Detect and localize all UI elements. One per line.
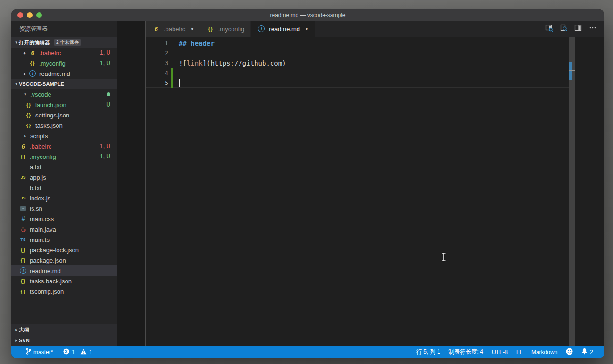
tree-file-row[interactable]: ireadme.md [11,265,117,276]
maximize-window-button[interactable] [36,12,42,18]
ts-file-icon: TS [19,237,27,242]
git-problem-status: 1, U [100,50,117,56]
feedback-smiley-item[interactable] [562,346,577,358]
tree-item-name: index.js [30,195,50,202]
workbench: 资源管理器 ▾ 打开的编辑器 2 个未保存 ●6.babelrc1, U{}.m… [11,21,604,346]
tree-item-name: tasks.back.json [30,278,72,285]
open-editor-item[interactable]: {}.myconfig1, U [11,58,117,68]
more-actions-icon [589,24,596,33]
status-left: master* 1 [11,346,97,358]
cursor-position-item[interactable]: 行 5, 列 1 [412,346,445,358]
git-branch-item[interactable]: master* [22,346,57,358]
tree-file-row[interactable]: {}.myconfig1, U [11,151,117,162]
braces-file-icon: {} [19,257,27,263]
tab-size-item[interactable]: 制表符长度: 4 [445,346,488,358]
editor-group: 6.babelrc●{}.myconfigireadme.md● 1## hea… [146,21,604,346]
info-file-icon: i [19,267,27,274]
code-text: ## header [179,40,215,47]
problems-item[interactable]: 1 1 [59,346,96,358]
sidebar-spacer [11,297,117,324]
mouse-cursor [441,252,447,263]
open-editors-label: 打开的编辑器 [19,39,50,46]
folder-changes-dot [107,92,110,96]
language-mode-item[interactable]: Markdown [527,346,562,358]
line-number: 4 [146,69,168,76]
code-editor[interactable]: 1## header23![link](https://github.com)4… [146,37,604,346]
dirty-dot-icon: ● [21,71,28,76]
tree-file-row[interactable]: main.java [11,224,117,234]
git-gutter-spacer [171,48,173,58]
tree-file-row[interactable]: {}package-lock.json [11,245,117,255]
babel-file-icon: 6 [28,50,37,57]
open-preview-to-side-button[interactable] [543,23,555,34]
text-file-icon: ≡ [19,185,27,190]
git-problem-status: U [106,101,117,108]
split-editor-button[interactable] [572,23,584,34]
tree-file-row[interactable]: 6.babelrc1, U [11,141,117,151]
tree-file-row[interactable]: {}tasks.back.json [11,276,117,286]
tree-item-name: settings.json [35,112,69,119]
sidebar-bottom-sections: ▸大纲▸SVN [11,324,117,346]
editor-scrollbar[interactable] [569,37,575,346]
tree-item-name: .vscode [30,91,51,98]
tree-file-row[interactable]: ≡b.txt [11,182,117,193]
code-lines: 1## header23![link](https://github.com)4… [146,38,604,88]
open-editor-item[interactable]: ●ireadme.md [11,68,117,79]
tree-item-name: launch.json [35,101,66,108]
tab-dirty-dot-icon: ● [306,26,308,31]
open-preview-button[interactable] [558,23,569,34]
split-editor-icon [574,24,582,33]
braces-file-icon: {} [19,247,27,253]
section-label: SVN [19,338,30,343]
info-file-icon: i [28,70,37,77]
tree-item-name: tsconfig.json [30,288,64,295]
tree-file-row[interactable]: {}tasks.json [11,120,117,131]
desktop-background: readme.md — vscode-sample 资源管理器 ▾ 打开的编辑器… [0,0,613,364]
tree-file-row[interactable]: TSmain.ts [11,234,117,245]
project-section-header[interactable]: ▾ VSCODE-SAMPLE [11,79,117,89]
js-file-icon: JS [19,175,27,180]
tabs-container: 6.babelrc●{}.myconfigireadme.md● [146,21,315,37]
open-preview-icon [560,24,568,33]
tree-file-row[interactable]: ≡a.txt [11,162,117,172]
titlebar: readme.md — vscode-sample [11,9,604,21]
editor-tab-.myconfig[interactable]: {}.myconfig [200,21,251,37]
tree-file-row[interactable]: ≡ls.sh [11,203,117,214]
babel-file-icon: 6 [19,143,27,150]
braces-file-icon: {} [19,289,27,294]
notifications-item[interactable]: 2 [577,346,597,358]
more-actions-button[interactable] [587,23,598,34]
tree-file-row[interactable]: {}settings.json [11,110,117,120]
tree-file-row[interactable]: {}tsconfig.json [11,286,117,297]
code-token: ) [282,59,286,67]
tree-file-row[interactable]: #main.css [11,214,117,224]
sidebar-section-SVN[interactable]: ▸SVN [11,335,117,346]
tree-folder-row[interactable]: ▸scripts [11,131,117,141]
git-gutter-spacer [171,58,173,68]
tree-file-row[interactable]: JSapp.js [11,172,117,182]
open-editors-section-header[interactable]: ▾ 打开的编辑器 2 个未保存 [11,37,117,48]
braces-file-icon: {} [25,102,33,108]
tree-file-row[interactable]: {}package.json [11,255,117,265]
git-added-gutter-bar [171,68,173,78]
editor-tab-readme.md[interactable]: ireadme.md● [251,21,315,37]
tree-item-name: readme.md [30,267,61,274]
open-editors-list: ●6.babelrc1, U{}.myconfig1, U●ireadme.md [11,48,117,79]
tree-file-row[interactable]: JSindex.js [11,193,117,203]
open-editor-item[interactable]: ●6.babelrc1, U [11,48,117,58]
errors-count: 1 [72,349,75,356]
bell-icon [581,348,588,356]
encoding-item[interactable]: UTF-8 [488,346,512,358]
close-window-button[interactable] [17,12,23,18]
line-number: 3 [146,59,168,66]
minimize-window-button[interactable] [27,12,33,18]
tree-file-row[interactable]: {}launch.jsonU [11,99,117,110]
tree-item-name: main.ts [30,236,50,243]
tree-folder-row[interactable]: ▾.vscode [11,89,117,99]
twisty-collapsed-icon: ▸ [14,327,19,332]
sidebar-section-大纲[interactable]: ▸大纲 [11,324,117,335]
braces-file-icon: {} [25,123,33,128]
explorer-title: 资源管理器 [11,21,117,37]
eol-item[interactable]: LF [512,346,527,358]
editor-tab-.babelrc[interactable]: 6.babelrc● [146,21,200,37]
